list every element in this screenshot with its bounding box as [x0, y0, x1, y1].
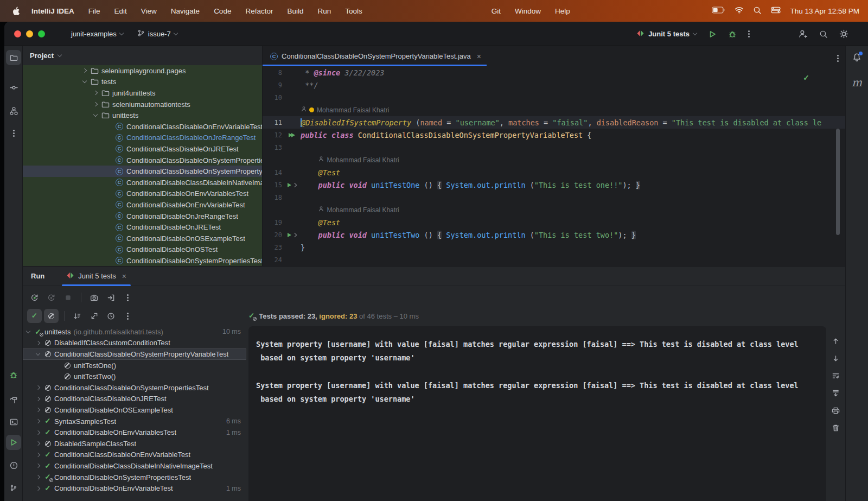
code-author-inlay[interactable]: Mohammad Faisal Khatri [263, 104, 845, 116]
chevron-down-icon[interactable] [80, 81, 89, 83]
project-tree-row[interactable]: CConditionalDisableOnEnvVariablesTest [23, 188, 262, 200]
chevron-down-icon[interactable] [34, 353, 42, 355]
camera-icon[interactable] [87, 290, 101, 305]
show-passed-icon[interactable]: ✓ [27, 309, 42, 323]
code-line[interactable]: 23} [263, 241, 845, 253]
code-line[interactable]: 10 [263, 91, 845, 104]
gutter-run-icon[interactable] [283, 183, 301, 187]
tool-stripe-more-icon[interactable] [6, 125, 21, 141]
chevron-right-icon[interactable] [91, 103, 100, 106]
run-icon[interactable] [708, 30, 717, 39]
code-line[interactable]: 19 @Test [263, 216, 845, 229]
tool-stripe-run-icon[interactable] [6, 435, 21, 450]
project-tree-row[interactable]: tests [23, 77, 262, 88]
chevron-right-icon[interactable] [91, 91, 100, 94]
stop-icon[interactable] [61, 290, 75, 305]
chevron-right-icon[interactable] [34, 397, 42, 401]
code-line[interactable]: 15 public void unitTestOne () { System.o… [263, 179, 845, 191]
test-tree-row[interactable]: ✓ConditionalDisableOnSystemPropertiesTes… [23, 472, 246, 483]
menu-item-refactor[interactable]: Refactor [238, 7, 280, 15]
more-icon[interactable] [120, 309, 135, 323]
project-tree-row[interactable]: CConditionalDisableOnOSExampleTest [23, 233, 262, 244]
project-widget[interactable]: junit-examples [71, 30, 123, 38]
tool-stripe-build-icon[interactable] [6, 392, 21, 408]
project-tree-row[interactable]: CConditionalDisableOnOSTest [23, 244, 262, 256]
test-tree-row[interactable]: ✓ConditionalClassDisableOnEnvVariableTes… [23, 449, 246, 461]
control-center-icon[interactable] [771, 7, 781, 15]
tool-stripe-git-icon[interactable] [6, 480, 21, 496]
chevron-right-icon[interactable] [34, 386, 42, 389]
code-line[interactable]: 12public class ConditionalClassDisableOn… [263, 129, 845, 141]
test-tree-row[interactable]: ConditionalClassDisableOnJRETest [23, 394, 246, 405]
console-output[interactable]: System property [username] with value [f… [248, 326, 826, 501]
project-tree-row[interactable]: CConditionalDisableOnJreRangeTest [23, 211, 262, 222]
chevron-right-icon[interactable] [34, 453, 42, 456]
close-window-button[interactable] [14, 30, 21, 37]
debug-icon[interactable] [728, 30, 737, 39]
settings-icon[interactable] [839, 29, 848, 39]
show-ignored-icon[interactable] [44, 309, 59, 323]
chevron-right-icon[interactable] [34, 487, 42, 490]
project-tree-row[interactable]: CConditionalDisableClassDisableInNativeI… [23, 177, 262, 188]
wifi-icon[interactable] [735, 7, 744, 15]
code-line[interactable]: 20 public void unitTestTwo () { System.o… [263, 229, 845, 241]
tool-stripe-problems-icon[interactable] [6, 458, 21, 473]
project-tree-row[interactable]: CConditionalClassDisableOnJreRangeTest [23, 132, 262, 144]
tool-stripe-terminal-icon[interactable] [6, 414, 21, 429]
chevron-right-icon[interactable] [34, 475, 42, 479]
chevron-right-icon[interactable] [34, 341, 42, 345]
battery-icon[interactable] [712, 7, 725, 15]
menu-item-build[interactable]: Build [280, 7, 310, 15]
editor-tab[interactable]: C ConditionalClassDisableOnSystemPropert… [263, 46, 487, 66]
menu-item-code[interactable]: Code [207, 7, 238, 15]
project-tree-row[interactable]: junit4unittests [23, 87, 262, 99]
editor-options-icon[interactable] [837, 52, 839, 61]
code-line[interactable]: 24 [263, 253, 845, 266]
chevron-right-icon[interactable] [34, 408, 42, 411]
test-tree-row[interactable]: DisabledIfClassCustomConditionTest [23, 338, 246, 349]
editor-area[interactable]: C ConditionalClassDisableOnSystemPropert… [262, 46, 845, 266]
test-tree-row[interactable]: ✓unittests(io.github.mfaisalkhatri.tests… [23, 326, 246, 338]
scroll-to-end-icon[interactable] [832, 389, 840, 399]
test-tree-row[interactable]: ✓ConditionalDisableClassDisableInNativeI… [23, 460, 246, 472]
menu-item-window[interactable]: Window [508, 7, 548, 15]
code-line[interactable]: 8 * @since 3/22/2023 [263, 66, 845, 79]
sort-by-duration-icon[interactable] [70, 309, 85, 323]
editor-scrollbar[interactable] [836, 129, 840, 235]
code-line[interactable]: 18 [263, 191, 845, 204]
close-tab-icon[interactable]: × [477, 52, 481, 61]
project-tree-row[interactable]: CConditionalDisableOnEnvVariableTest [23, 199, 262, 211]
tool-stripe-debug-icon[interactable] [6, 367, 21, 383]
project-tree-row[interactable]: seleniumplayground.pages [23, 65, 262, 77]
intention-bulb-icon[interactable] [309, 107, 314, 112]
search-icon[interactable] [819, 30, 828, 39]
test-tree-row[interactable]: ConditionalClassDisableOnSystemPropertie… [23, 382, 246, 394]
chevron-right-icon[interactable] [34, 464, 42, 467]
test-tree-row[interactable]: unitTestOne() [23, 360, 246, 371]
menu-item-file[interactable]: File [81, 7, 107, 15]
clear-icon[interactable] [832, 424, 840, 434]
more-icon[interactable] [748, 33, 750, 35]
export-icon[interactable] [104, 290, 118, 305]
menu-item-tools[interactable]: Tools [338, 7, 369, 15]
menu-item-git[interactable]: Git [484, 7, 508, 15]
code-line[interactable]: 11@DisabledIfSystemProperty (named = "us… [263, 116, 845, 129]
test-tree-row[interactable]: ConditionalDisableOnOSExampleTest [23, 404, 246, 416]
project-tree-row[interactable]: CConditionalDisableOnJRETest [23, 221, 262, 233]
menubar-clock[interactable]: Thu 13 Apr 12:58 PM [790, 7, 859, 15]
gutter-run-icon[interactable] [283, 133, 301, 137]
apple-icon[interactable] [12, 7, 20, 16]
code-line[interactable]: 9 **/ [263, 79, 845, 91]
project-tree-row[interactable]: CConditionalDisableOnSystemPropertiesTes… [23, 255, 262, 266]
maven-tool-window-icon[interactable]: m [852, 76, 862, 89]
chevron-right-icon[interactable] [80, 69, 89, 72]
chevron-down-icon[interactable] [24, 331, 33, 333]
test-tree-row[interactable]: ✓ConditionalDisableOnEnvVariablesTest1 m… [23, 427, 246, 438]
project-tree-row[interactable]: CConditionalClassDisableOnEnvVariableTes… [23, 121, 262, 132]
menu-item-view[interactable]: View [134, 7, 164, 15]
close-tab-icon[interactable]: × [122, 272, 126, 281]
menu-item-intellij-idea[interactable]: IntelliJ IDEA [24, 7, 81, 15]
run-tab[interactable]: Junit 5 tests × [62, 267, 131, 286]
expand-collapse-icon[interactable] [87, 309, 101, 323]
menu-item-run[interactable]: Run [310, 7, 338, 15]
